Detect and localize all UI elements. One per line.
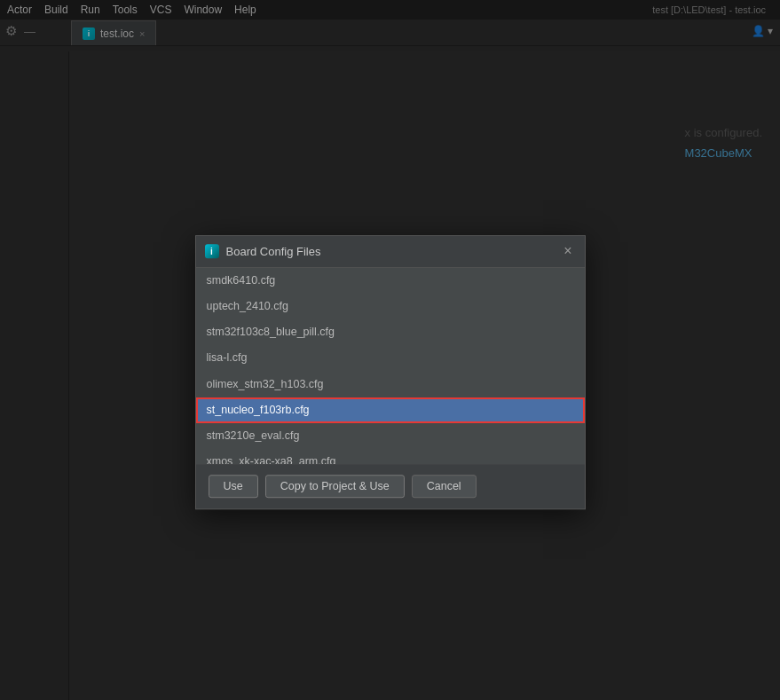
file-list-item[interactable]: smdk6410.cfg xyxy=(196,268,585,294)
file-list[interactable]: smdk6410.cfguptech_2410.cfgstm32f103c8_b… xyxy=(196,268,585,463)
file-list-item[interactable]: xmos_xk-xac-xa8_arm.cfg xyxy=(196,449,585,462)
dialog-close-button[interactable]: × xyxy=(560,242,575,260)
dialog-buttons: Use Copy to Project & Use Cancel xyxy=(196,463,585,508)
file-list-item[interactable]: lisa-l.cfg xyxy=(196,345,585,371)
file-list-item[interactable]: stm32f103c8_blue_pill.cfg xyxy=(196,319,585,345)
dialog-title-bar: i Board Config Files × xyxy=(196,236,585,268)
dialog-title-icon: i xyxy=(205,244,219,258)
file-list-item[interactable]: uptech_2410.cfg xyxy=(196,294,585,319)
file-list-item[interactable]: st_nucleo_f103rb.cfg xyxy=(196,397,585,423)
file-list-item[interactable]: stm3210e_eval.cfg xyxy=(196,423,585,449)
board-config-dialog: i Board Config Files × smdk6410.cfguptec… xyxy=(195,235,586,509)
use-button[interactable]: Use xyxy=(209,475,258,498)
cancel-button[interactable]: Cancel xyxy=(412,475,477,498)
file-list-item[interactable]: olimex_stm32_h103.cfg xyxy=(196,372,585,397)
dialog-title-text: Board Config Files xyxy=(226,245,554,258)
copy-to-project-use-button[interactable]: Copy to Project & Use xyxy=(265,475,405,498)
